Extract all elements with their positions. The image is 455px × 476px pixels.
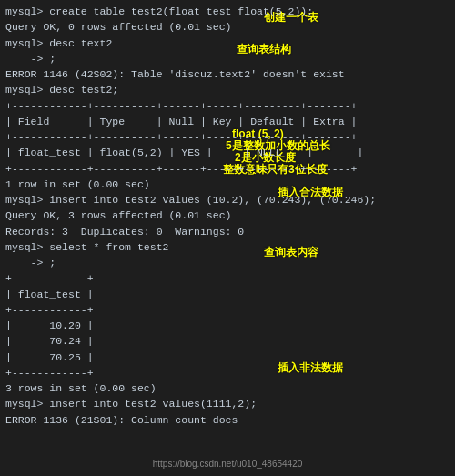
terminal-line: | float_test | float(5,2) | YES | | NULL… — [5, 145, 450, 160]
terminal-line: mysql> insert into test2 values (10.2), … — [5, 192, 450, 208]
terminal-line: +------------+----------+------+-----+--… — [5, 129, 450, 145]
terminal-line: mysql> create table test2(float_test flo… — [5, 4, 450, 19]
terminal-line: +------------+ — [5, 270, 450, 286]
terminal-window: mysql> create table test2(float_test flo… — [0, 0, 455, 476]
terminal-line: | 70.25 | — [5, 349, 450, 365]
terminal-line: mysql> desc test2; — [5, 82, 450, 97]
terminal-line: Query OK, 0 rows affected (0.01 sec) — [5, 19, 450, 35]
terminal-line: mysql> desc text2 — [5, 35, 450, 51]
terminal-line: -> ; — [5, 255, 450, 270]
terminal-line: | 10.20 | — [5, 318, 450, 333]
terminal-line: | float_test | — [5, 287, 450, 302]
terminal-line: ERROR 1136 (21S01): Column count does — [5, 412, 450, 428]
watermark: https://blog.csdn.net/u010_48654420 — [153, 457, 303, 471]
terminal-line: | 70.24 | — [5, 333, 450, 349]
terminal-line: +------------+ — [5, 365, 450, 380]
terminal-line: | Field | Type | Null | Key | Default | … — [5, 114, 450, 129]
terminal-line: mysql> select * from test2 — [5, 239, 450, 255]
terminal-line: +------------+----------+------+-----+--… — [5, 98, 450, 114]
terminal-line: -> ; — [5, 51, 450, 66]
terminal-line: ERROR 1146 (42S02): Table 'discuz.text2'… — [5, 66, 450, 82]
terminal-line: 3 rows in set (0.00 sec) — [5, 380, 450, 396]
terminal-line: 1 row in set (0.00 sec) — [5, 177, 450, 192]
terminal-line: Query OK, 3 rows affected (0.01 sec) — [5, 208, 450, 223]
terminal-line: +------------+ — [5, 302, 450, 318]
terminal-line: Records: 3 Duplicates: 0 Warnings: 0 — [5, 224, 450, 239]
terminal-line: +------------+----------+------+-----+--… — [5, 161, 450, 177]
terminal-line: mysql> insert into test2 values(1111,2); — [5, 396, 450, 411]
